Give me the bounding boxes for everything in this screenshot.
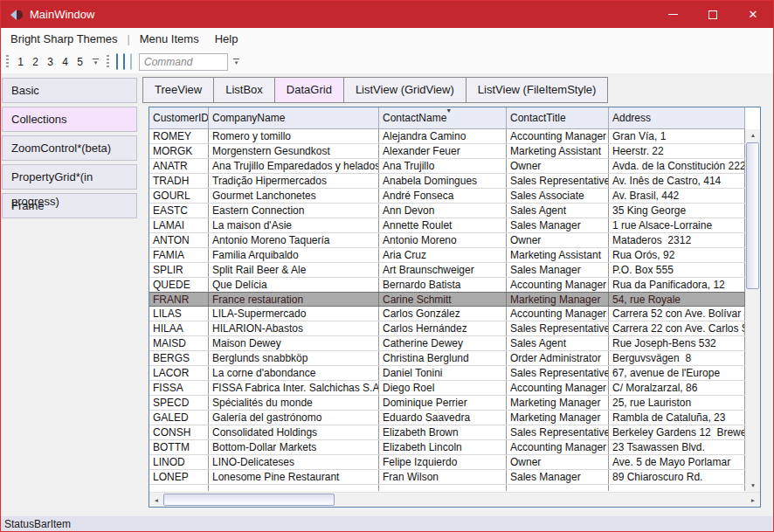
- horizontal-scroll-thumb[interactable]: [163, 494, 335, 506]
- table-cell: FRANR: [149, 293, 209, 306]
- table-row[interactable]: EASTCEastern ConnectionAnn DevonSales Ag…: [149, 204, 745, 218]
- column-header-label: CompanyName: [212, 112, 285, 124]
- grid-empty-row: [149, 485, 745, 491]
- table-row[interactable]: FRANRFrance restaurationCarine SchmittMa…: [149, 292, 745, 307]
- sidebar-item-frame[interactable]: Frame: [2, 193, 137, 218]
- table-row[interactable]: LINODLINO-DelicatesesFelipe IzquierdoOwn…: [149, 455, 745, 470]
- menu-item-menu-items[interactable]: Menu Items: [132, 30, 207, 48]
- toolbar-overflow-button[interactable]: ▾: [93, 59, 99, 66]
- toolbar-button-4[interactable]: 4: [58, 53, 73, 71]
- table-row[interactable]: TRADHTradição HipermercadosAnabela Domin…: [149, 174, 745, 189]
- empty-cell: [209, 485, 379, 491]
- toolbar-button-window-normal-icon[interactable]: [114, 52, 120, 72]
- table-cell: Consolidated Holdings: [209, 425, 379, 439]
- table-row[interactable]: BERGSBerglunds snabbköpChristina Berglun…: [149, 351, 745, 366]
- table-row[interactable]: LAMAILa maison d'AsieAnnette RouletSales…: [149, 218, 745, 233]
- sidebar-item-collections[interactable]: Collections: [2, 107, 137, 132]
- tab-listview-fileitemstyle[interactable]: ListView (FileItemStyle): [466, 77, 609, 103]
- status-bar-item: StatusBarItem: [4, 518, 71, 530]
- toolbar-grip-icon[interactable]: [6, 55, 9, 69]
- table-cell: LAMAI: [149, 218, 209, 232]
- table-cell: Split Rail Beer & Ale: [209, 263, 379, 277]
- close-button[interactable]: ✕: [733, 1, 773, 28]
- table-row[interactable]: HILAAHILARION-AbastosCarlos HernándezSal…: [149, 321, 745, 336]
- table-row[interactable]: ANATRAna Trujillo Emparedados y heladosA…: [149, 159, 745, 174]
- column-header-companyname[interactable]: CompanyName: [209, 107, 379, 128]
- column-header-contacttitle[interactable]: ContactTitle: [507, 107, 609, 128]
- toolbar-button-window-light-icon[interactable]: [128, 52, 134, 72]
- scroll-left-button[interactable]: ◄: [149, 496, 163, 504]
- table-row[interactable]: FISSAFISSA Fabrica Inter. Salchichas S.A…: [149, 381, 745, 396]
- column-header-contactname[interactable]: ContactName▼: [379, 107, 507, 128]
- table-cell: Alexander Feuer: [379, 144, 507, 158]
- table-cell: Romero y tomillo: [209, 129, 379, 143]
- toolbar-button-2[interactable]: 2: [28, 53, 43, 71]
- table-row[interactable]: ROMEYRomero y tomilloAlejandra CaminoAcc…: [149, 129, 745, 144]
- toolbar-button-5[interactable]: 5: [73, 53, 87, 71]
- toolbar-grip-icon[interactable]: [107, 55, 109, 69]
- sidebar-item-basic[interactable]: Basic: [2, 78, 137, 103]
- vertical-scroll-thumb[interactable]: [746, 142, 759, 289]
- grid-header-row: CustomerIDCompanyNameContactName▼Contact…: [149, 107, 745, 129]
- menu-item-help[interactable]: Help: [207, 30, 246, 48]
- toolbar-button-3[interactable]: 3: [43, 53, 58, 71]
- column-header-customerid[interactable]: CustomerID: [149, 107, 209, 128]
- vertical-scroll-track[interactable]: [745, 289, 760, 479]
- scroll-up-button[interactable]: ▲: [745, 129, 760, 142]
- tab-treeview[interactable]: TreeView: [142, 77, 214, 103]
- table-cell: Maison Dewey: [209, 336, 379, 350]
- toolbar-button-window-maximized-icon[interactable]: [121, 52, 127, 72]
- table-row[interactable]: BOTTMBottom-Dollar MarketsElizabeth Linc…: [149, 440, 745, 455]
- table-row[interactable]: LONEPLonesome Pine RestaurantFran Wilson…: [149, 470, 745, 485]
- minimize-button[interactable]: [653, 1, 693, 28]
- sidebar: BasicCollectionsZoomControl*(beta)Proper…: [2, 78, 138, 222]
- table-cell: FISSA: [149, 381, 209, 395]
- scroll-down-button[interactable]: ▼: [745, 479, 760, 492]
- table-row[interactable]: SPLIRSplit Rail Beer & AleArt Braunschwe…: [149, 263, 745, 278]
- table-cell: Owner: [507, 159, 609, 173]
- table-cell: Gran Vía, 1: [609, 129, 745, 143]
- table-row[interactable]: LACORLa corne d'abondanceDaniel ToniniSa…: [149, 366, 745, 381]
- table-cell: QUEDE: [149, 278, 209, 292]
- tab-listview-gridview[interactable]: ListView (GridView): [343, 77, 466, 103]
- vertical-scrollbar[interactable]: ▲ ▼: [745, 107, 760, 492]
- column-header-address[interactable]: Address: [609, 107, 745, 128]
- menu-item-bright-sharp-themes[interactable]: Bright Sharp Themes: [3, 30, 126, 48]
- horizontal-scrollbar[interactable]: ◄ ►: [149, 492, 760, 507]
- table-row[interactable]: CONSHConsolidated HoldingsElizabeth Brow…: [149, 425, 745, 440]
- toolbar-overflow-button[interactable]: ▾: [233, 59, 239, 66]
- scroll-right-button[interactable]: ►: [746, 496, 760, 504]
- tab-listbox[interactable]: ListBox: [213, 77, 275, 103]
- table-cell: Ave. 5 de Mayo Porlamar: [609, 455, 745, 469]
- table-cell: BERGS: [149, 351, 209, 365]
- table-row[interactable]: MORGKMorgenstern GesundkostAlexander Feu…: [149, 144, 745, 159]
- table-cell: Carlos Hernández: [379, 321, 507, 335]
- maximize-button[interactable]: [693, 1, 733, 28]
- table-row[interactable]: LILASLILA-SupermercadoCarlos GonzálezAcc…: [149, 307, 745, 321]
- table-cell: 89 Chiaroscuro Rd.: [609, 470, 745, 484]
- table-cell: La maison d'Asie: [209, 218, 379, 232]
- table-cell: Av. Inês de Castro, 414: [609, 174, 745, 188]
- table-cell: André Fonseca: [379, 189, 507, 203]
- table-row[interactable]: MAISDMaison DeweyCatherine DeweySales Ag…: [149, 336, 745, 351]
- table-row[interactable]: GALEDGalería del gastrónomoEduardo Saave…: [149, 411, 745, 425]
- table-cell: Marketing Assistant: [507, 248, 609, 262]
- table-cell: Avda. de la Constitución 2222: [609, 159, 745, 173]
- table-row[interactable]: FAMIAFamilia ArquibaldoAria CruzMarketin…: [149, 248, 745, 263]
- grid-rows: ROMEYRomero y tomilloAlejandra CaminoAcc…: [149, 129, 745, 492]
- sidebar-item-propertygrid-in-progress[interactable]: PropertyGrid*(in progress): [2, 164, 137, 190]
- command-input[interactable]: [139, 53, 228, 71]
- table-row[interactable]: SPECDSpécialités du mondeDominique Perri…: [149, 396, 745, 411]
- sidebar-item-zoomcontrol-beta[interactable]: ZoomControl*(beta): [2, 135, 137, 161]
- table-cell: EASTC: [149, 204, 209, 218]
- table-cell: Marketing Assistant: [507, 144, 609, 158]
- table-cell: Sales Manager: [507, 470, 609, 484]
- tab-datagrid[interactable]: DataGrid: [274, 77, 344, 103]
- table-row[interactable]: GOURLGourmet LanchonetesAndré FonsecaSal…: [149, 189, 745, 204]
- toolbar-button-1[interactable]: 1: [13, 53, 28, 71]
- scrollbar-corner: [745, 107, 760, 129]
- column-header-label: ContactTitle: [510, 112, 566, 124]
- table-row[interactable]: ANTONAntonio Moreno TaqueríaAntonio More…: [149, 233, 745, 248]
- table-row[interactable]: QUEDEQue DelíciaBernardo BatistaAccounti…: [149, 278, 745, 293]
- table-cell: LINO-Delicateses: [209, 455, 379, 469]
